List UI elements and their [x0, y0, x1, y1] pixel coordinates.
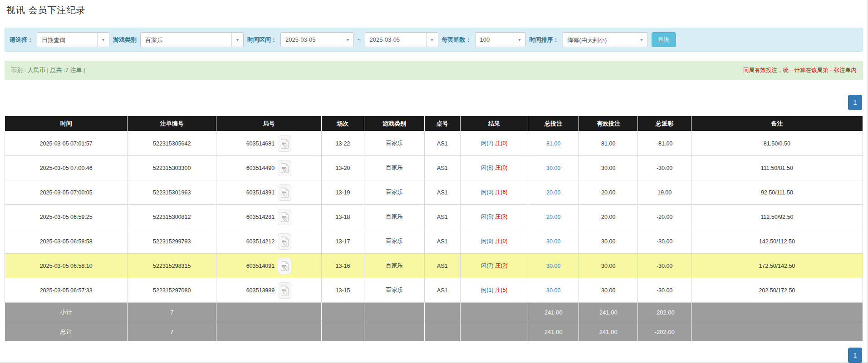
footer-total-bet: 241.00	[528, 303, 579, 322]
cell-round: 603513989	[216, 278, 322, 303]
cell-bet-id: 522315299793	[128, 229, 216, 254]
footer-empty-cell	[461, 322, 528, 342]
table-row: 2025-03-05 07:00:46522315303300603514490…	[5, 156, 863, 180]
total-bet-link[interactable]: 30.00	[546, 238, 560, 245]
cell-session: 13-15	[321, 278, 364, 303]
video-replay-button[interactable]	[278, 258, 291, 274]
video-replay-button[interactable]	[278, 233, 291, 250]
footer-empty-cell	[691, 303, 863, 322]
total-bet-link[interactable]: 30.00	[546, 287, 560, 294]
column-header: 注单编号	[128, 116, 216, 131]
cell-result: 闲(3) 庄(6)	[461, 180, 528, 205]
summary-notice: 同局有效投注，统一计算在该局第一张注单内	[743, 67, 857, 74]
cell-total-bet: 20.00	[528, 205, 579, 229]
pagination-bottom: 1	[5, 348, 862, 363]
cell-time: 2025-03-05 07:00:46	[5, 156, 128, 180]
result-player: 闲(7)	[481, 262, 494, 269]
chevron-down-icon: ▾	[231, 33, 243, 47]
page-number-button[interactable]: 1	[848, 95, 862, 110]
cell-game: 百家乐	[364, 131, 424, 156]
total-bet-link[interactable]: 81.00	[546, 140, 560, 147]
result-player: 闲(5)	[481, 213, 494, 220]
cell-session: 13-22	[321, 131, 364, 156]
cell-bet-id: 522315298315	[128, 254, 216, 278]
cell-session: 13-17	[321, 229, 364, 254]
cell-remark: 92.50/111.50	[691, 180, 863, 205]
cell-total-bet: 30.00	[528, 278, 579, 303]
footer-empty-cell	[424, 303, 460, 322]
result-player: 闲(3)	[481, 189, 494, 195]
cell-round: 603514681	[216, 131, 322, 156]
total-bet-link[interactable]: 20.00	[546, 189, 560, 196]
cell-payout: -30.00	[638, 278, 691, 303]
footer-empty-cell	[461, 303, 528, 322]
total-bet-link[interactable]: 30.00	[546, 165, 560, 171]
footer-empty-cell	[364, 322, 424, 342]
total-row: 总计7241.00241.00-202.00	[5, 322, 863, 342]
video-replay-button[interactable]	[278, 136, 291, 152]
video-replay-button[interactable]	[278, 209, 291, 225]
footer-empty-cell	[691, 322, 863, 342]
footer-label: 总计	[5, 322, 128, 342]
column-header: 总派彩	[638, 116, 691, 131]
search-button[interactable]: 查询	[652, 32, 676, 47]
sort-select[interactable]: 降冪(由大到小) ▾	[563, 32, 648, 47]
footer-empty-cell	[216, 322, 322, 342]
footer-count: 7	[128, 303, 216, 322]
page-number-button[interactable]: 1	[848, 348, 862, 363]
cell-result: 闲(7) 庄(0)	[461, 131, 528, 156]
round-id: 603514681	[246, 140, 275, 147]
summary-bar: 币别 : 人民币 | 总共 :7 注单 | 同局有效投注，统一计算在该局第一张注…	[5, 61, 863, 80]
table-row: 2025-03-05 07:01:57522315305642603514681…	[5, 131, 863, 156]
cell-time: 2025-03-05 06:58:10	[5, 254, 128, 278]
cell-session: 13-19	[321, 180, 364, 205]
game-category-select[interactable]: 百家乐 ▾	[140, 32, 244, 47]
footer-empty-cell	[364, 303, 424, 322]
cell-bet-id: 522315300812	[128, 205, 216, 229]
round-id: 603514212	[246, 238, 275, 245]
cell-table-no: AS1	[424, 131, 460, 156]
cell-game: 百家乐	[364, 156, 424, 180]
cell-game: 百家乐	[364, 229, 424, 254]
cell-valid-bet: 20.00	[579, 205, 638, 229]
cell-time: 2025-03-05 06:57:33	[5, 278, 128, 303]
video-replay-button[interactable]	[278, 184, 291, 201]
table-row: 2025-03-05 07:00:05522315301963603514391…	[5, 180, 863, 205]
column-header: 游戏类别	[364, 116, 424, 131]
cell-valid-bet: 30.00	[579, 278, 638, 303]
cell-total-bet: 30.00	[528, 229, 579, 254]
cell-session: 13-18	[321, 205, 364, 229]
date-from-select[interactable]: 2025-03-05 ▾	[280, 32, 354, 47]
cell-payout: -81.00	[638, 131, 691, 156]
result-player: 闲(8)	[481, 165, 494, 171]
result-banker: 庄(3)	[495, 213, 508, 220]
bet-records-table: 时间注单编号局号场次游戏类别桌号结果总投注有效投注总派彩备注 2025-03-0…	[5, 116, 863, 342]
result-player: 闲(7)	[481, 140, 494, 146]
table-row: 2025-03-05 06:57:33522315297080603513989…	[5, 278, 863, 303]
cell-payout: 19.00	[638, 180, 691, 205]
pagination-top: 1	[5, 95, 862, 110]
total-bet-link[interactable]: 20.00	[546, 214, 560, 220]
game-category-value: 百家乐	[141, 33, 231, 47]
cell-time: 2025-03-05 06:59:25	[5, 205, 128, 229]
cell-bet-id: 522315303300	[128, 156, 216, 180]
cell-time: 2025-03-05 07:01:57	[5, 131, 128, 156]
result-banker: 庄(6)	[495, 189, 508, 195]
footer-valid-bet: 241.00	[579, 303, 638, 322]
chevron-down-icon: ▾	[636, 33, 647, 47]
video-replay-button[interactable]	[278, 282, 291, 299]
query-type-select[interactable]: 日期查询 ▾	[37, 32, 109, 47]
cell-valid-bet: 20.00	[579, 180, 638, 205]
round-id: 603514490	[246, 165, 275, 171]
cell-time: 2025-03-05 07:00:05	[5, 180, 128, 205]
video-replay-button[interactable]	[278, 160, 291, 176]
footer-empty-cell	[321, 322, 364, 342]
date-range-tilde: ~	[358, 36, 361, 43]
footer-total-bet: 241.00	[528, 322, 579, 342]
total-bet-link[interactable]: 30.00	[546, 263, 560, 269]
page-size-select[interactable]: 100 ▾	[475, 32, 526, 47]
date-to-select[interactable]: 2025-03-05 ▾	[365, 32, 438, 47]
column-header: 局号	[216, 116, 322, 131]
video-file-icon	[280, 212, 289, 222]
cell-result: 闲(7) 庄(2)	[461, 254, 528, 278]
